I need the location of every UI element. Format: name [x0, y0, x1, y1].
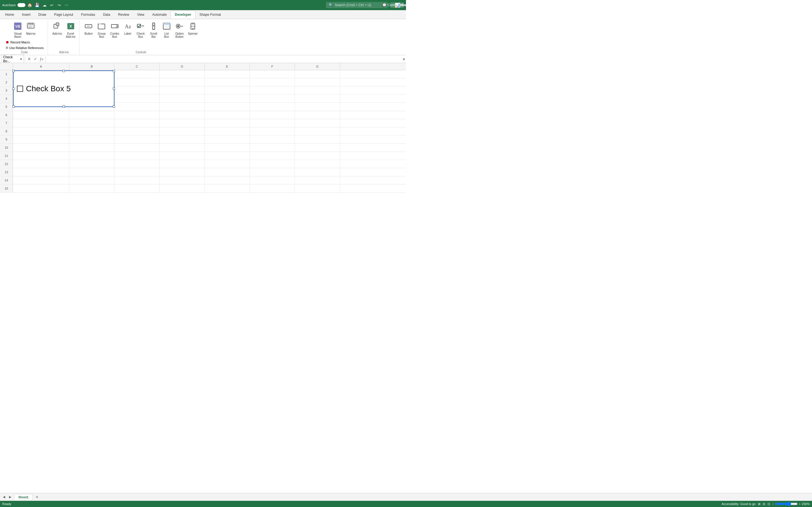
cell[interactable]	[250, 87, 295, 94]
col-header-c[interactable]: C	[114, 63, 160, 70]
cell[interactable]	[250, 70, 295, 78]
group-box-control[interactable]: XYZ GroupBox	[95, 21, 108, 40]
handle-top-right[interactable]	[113, 70, 115, 72]
cell[interactable]	[114, 152, 160, 160]
tab-automate[interactable]: Automate	[148, 11, 170, 18]
cell[interactable]	[205, 70, 250, 78]
cell[interactable]	[295, 70, 340, 78]
cell[interactable]	[295, 119, 340, 127]
cell[interactable]	[295, 176, 340, 184]
cell[interactable]	[205, 78, 250, 86]
cell[interactable]	[69, 176, 114, 184]
tab-view[interactable]: View	[133, 11, 148, 18]
cell[interactable]	[160, 184, 205, 192]
combo-box-control[interactable]: ComboBox	[108, 21, 121, 40]
visual-basic-button[interactable]: VB VisualBasic	[11, 21, 24, 40]
handle-top-center[interactable]	[63, 70, 65, 72]
cell[interactable]	[295, 184, 340, 192]
cell[interactable]	[295, 152, 340, 160]
cell[interactable]	[250, 95, 295, 103]
cell[interactable]	[205, 184, 250, 192]
tab-developer[interactable]: Developer	[170, 11, 195, 18]
cell[interactable]	[160, 168, 205, 176]
cell[interactable]	[114, 103, 160, 111]
cancel-formula-icon[interactable]: ✕	[26, 56, 32, 62]
cell[interactable]	[160, 103, 205, 111]
col-header-e[interactable]: E	[205, 63, 250, 70]
insert-function-icon[interactable]: ƒx	[39, 56, 44, 62]
handle-middle-left[interactable]	[12, 88, 15, 90]
name-box[interactable]: Check Bo... ▾	[1, 54, 24, 64]
formula-expand-icon[interactable]: ▾	[403, 57, 405, 61]
cell[interactable]	[69, 127, 114, 135]
col-header-d[interactable]: D	[160, 63, 205, 70]
excel-addins-button[interactable]: X ExcelAdd-ins	[64, 21, 77, 40]
cell[interactable]	[160, 144, 205, 152]
cell[interactable]	[13, 168, 69, 176]
tab-formulas[interactable]: Formulas	[77, 11, 99, 18]
handle-middle-right[interactable]	[113, 88, 115, 90]
cell[interactable]	[114, 78, 160, 86]
cell[interactable]	[13, 144, 69, 152]
cell[interactable]	[250, 184, 295, 192]
undo-icon[interactable]: ↩	[49, 2, 55, 8]
cell[interactable]	[295, 78, 340, 86]
cell[interactable]	[295, 160, 340, 168]
handle-top-left[interactable]	[12, 70, 15, 72]
tab-data[interactable]: Data	[99, 11, 114, 18]
cell[interactable]	[295, 168, 340, 176]
cell[interactable]	[250, 168, 295, 176]
redo-icon[interactable]: ↪	[56, 2, 62, 8]
tab-page-layout[interactable]: Page Layout	[50, 11, 77, 18]
autosave-toggle[interactable]	[17, 3, 26, 7]
tab-shape-format[interactable]: Shape Format	[195, 11, 225, 18]
confirm-formula-icon[interactable]: ✓	[33, 56, 38, 62]
cell[interactable]	[205, 168, 250, 176]
cell[interactable]	[250, 127, 295, 135]
search-bar[interactable]: 🔍 Search (Cmd + Ctrl + U)	[326, 2, 388, 8]
cell[interactable]	[250, 176, 295, 184]
cell[interactable]	[69, 184, 114, 192]
cell[interactable]	[205, 95, 250, 103]
scroll-bar-control[interactable]: ScrollBar	[147, 21, 160, 40]
cell[interactable]	[69, 135, 114, 144]
cell[interactable]	[295, 103, 340, 111]
home-icon[interactable]: 🏠	[27, 2, 33, 8]
cell[interactable]	[13, 176, 69, 184]
col-header-b[interactable]: B	[69, 63, 114, 70]
cell[interactable]	[295, 144, 340, 152]
cell[interactable]	[160, 119, 205, 127]
tab-review[interactable]: Review	[114, 11, 133, 18]
cell[interactable]	[69, 119, 114, 127]
cell[interactable]	[160, 127, 205, 135]
cell[interactable]	[205, 103, 250, 111]
cell[interactable]	[114, 176, 160, 184]
cell[interactable]	[114, 168, 160, 176]
cell[interactable]	[114, 119, 160, 127]
label-control[interactable]: Aa Label	[121, 21, 134, 36]
cell[interactable]	[69, 160, 114, 168]
cell[interactable]	[250, 160, 295, 168]
cell[interactable]	[13, 135, 69, 144]
cell[interactable]	[205, 87, 250, 94]
cell[interactable]	[114, 95, 160, 103]
cell[interactable]	[160, 152, 205, 160]
tab-home[interactable]: Home	[1, 11, 18, 18]
cell[interactable]	[160, 111, 205, 119]
cell[interactable]	[13, 127, 69, 135]
cell[interactable]	[69, 152, 114, 160]
cell[interactable]	[295, 95, 340, 103]
cell[interactable]	[160, 78, 205, 86]
cell[interactable]	[205, 119, 250, 127]
handle-bottom-left[interactable]	[12, 105, 15, 108]
col-header-g[interactable]: G	[295, 63, 340, 70]
cell[interactable]	[13, 184, 69, 192]
cell[interactable]	[205, 176, 250, 184]
check-box-control[interactable]: CheckBox	[135, 21, 147, 40]
name-box-arrow[interactable]: ▾	[20, 57, 22, 61]
cell[interactable]	[114, 87, 160, 94]
cell[interactable]	[160, 160, 205, 168]
list-box-control[interactable]: ListBox	[160, 21, 173, 40]
addins-button[interactable]: Add-ins	[51, 21, 64, 36]
cell[interactable]	[295, 111, 340, 119]
